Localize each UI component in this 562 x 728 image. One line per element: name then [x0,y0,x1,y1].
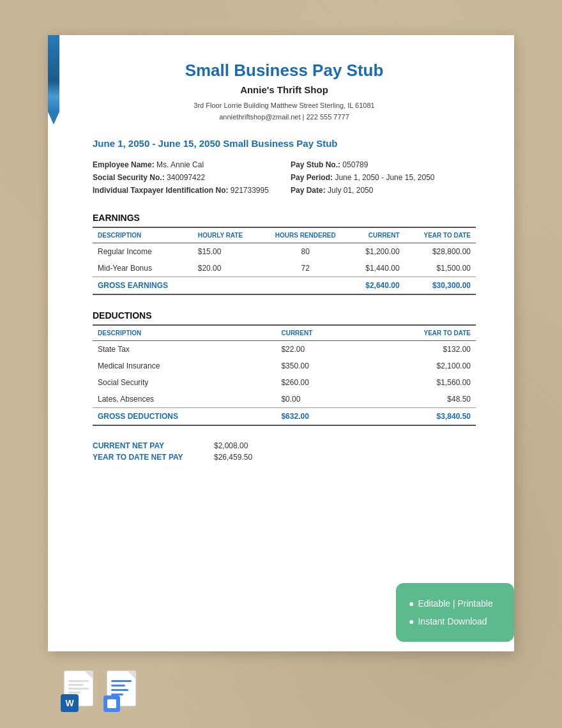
table-row: Regular Income $15.00 80 $1,200.00 $28,8… [93,243,476,261]
pay-date-value: July 01, 2050 [328,186,373,195]
earnings-table: DESCRIPTION HOURLY RATE HOURS RENDERED C… [93,227,476,295]
deductions-col-description: DESCRIPTION [93,325,276,341]
word-icon: W [64,671,97,709]
deductions-header-row: DESCRIPTION CURRENT YEAR TO DATE [93,325,476,341]
pay-date-label: Pay Date: [291,186,326,195]
earnings-col-description: DESCRIPTION [93,227,193,243]
address-line1: 3rd Floor Lorrie Building Matthew Street… [93,100,476,112]
pay-period-value: June 1, 2050 - June 15, 2050 [335,173,434,182]
gross-earnings-current: $2,640.00 [349,277,404,295]
current-net-pay-label: CURRENT NET PAY [93,441,195,450]
earnings-header-row: DESCRIPTION HOURLY RATE HOURS RENDERED C… [93,227,476,243]
pay-date-field: Pay Date: July 01, 2050 [291,186,476,195]
pay-stub-no-field: Pay Stub No.: 050789 [291,160,476,169]
company-name: Annie's Thrift Shop [93,84,476,95]
feature-badge: ● Editable | Printable ● Instant Downloa… [396,583,514,642]
gdoc-embed-badge [103,695,120,712]
deduction-current-2: $350.00 [276,358,360,374]
ssn-label: Social Security No.: [93,173,165,182]
deduction-desc-4: Lates, Absences [93,391,276,408]
deductions-col-current: CURRENT [276,325,360,341]
deduction-ytd-2: $2,100.00 [360,358,476,374]
earnings-hours-2: 72 [261,260,349,277]
deduction-current-4: $0.00 [276,391,360,408]
gross-earnings-empty2 [261,277,349,295]
current-net-pay-row: CURRENT NET PAY $2,008.00 [93,441,476,450]
gross-earnings-row: GROSS EARNINGS $2,640.00 $30,300.00 [93,277,476,295]
deduction-desc-2: Medical Insurance [93,358,276,374]
deduction-desc-1: State Tax [93,341,276,358]
gdoc-icon-wrapper [107,671,140,709]
itin-field: Individual Taxpayer Identification No: 9… [93,186,278,195]
itin-label: Individual Taxpayer Identification No: [93,186,228,195]
gross-deductions-label: GROSS DEDUCTIONS [93,408,276,426]
ytd-net-pay-value: $26,459.50 [214,453,252,462]
employee-name-label: Employee Name: [93,160,155,169]
earnings-current-1: $1,200.00 [349,243,404,261]
badge-text-2: Instant Download [418,612,487,630]
word-embed-badge: W [61,694,79,712]
deductions-section-title: DEDUCTIONS [93,310,476,321]
deduction-desc-3: Social Security [93,374,276,391]
badge-item-2: ● Instant Download [409,612,501,630]
gdoc-line [111,689,128,691]
earnings-col-hourly-rate: HOURLY RATE [193,227,261,243]
earnings-rate-2: $20.00 [193,260,261,277]
ytd-net-pay-label: YEAR TO DATE NET PAY [93,453,195,462]
table-row: Mid-Year Bonus $20.00 72 $1,440.00 $1,50… [93,260,476,277]
pay-stub-no-value: 050789 [342,160,368,169]
pay-stub-no-label: Pay Stub No.: [291,160,340,169]
ssn-field: Social Security No.: 340097422 [93,173,278,182]
document-title: Small Business Pay Stub [93,61,476,80]
current-net-pay-value: $2,008.00 [214,441,248,450]
word-line [68,688,89,690]
badge-item-1: ● Editable | Printable [409,595,501,612]
blue-accent-decoration [48,35,59,112]
bullet-icon-2: ● [409,612,414,630]
period-heading: June 1, 2050 - June 15, 2050 Small Busin… [93,138,476,149]
badge-text-1: Editable | Printable [418,595,492,612]
net-pay-section: CURRENT NET PAY $2,008.00 YEAR TO DATE N… [93,441,476,462]
deduction-ytd-4: $48.50 [360,391,476,408]
word-icon-lines [65,671,93,697]
gross-deductions-current: $632.00 [276,408,360,426]
earnings-col-hours: HOURS RENDERED [261,227,349,243]
earnings-ytd-1: $28,800.00 [405,243,476,261]
bottom-icons: W [64,671,140,709]
earnings-col-ytd: YEAR TO DATE [405,227,476,243]
gross-deductions-row: GROSS DEDUCTIONS $632.00 $3,840.50 [93,408,476,426]
table-row: Lates, Absences $0.00 $48.50 [93,391,476,408]
earnings-current-2: $1,440.00 [349,260,404,277]
earnings-desc-1: Regular Income [93,243,193,261]
document-container: Small Business Pay Stub Annie's Thrift S… [48,35,514,651]
ssn-value: 340097422 [167,173,205,182]
info-grid: Employee Name: Ms. Annie Cal Pay Stub No… [93,160,476,195]
table-row: State Tax $22.00 $132.00 [93,341,476,358]
deductions-table: DESCRIPTION CURRENT YEAR TO DATE State T… [93,324,476,426]
address-line2: anniethriftshop@zmail.net | 222 555 7777 [93,112,476,123]
pay-period-label: Pay Period: [291,173,333,182]
earnings-col-current: CURRENT [349,227,404,243]
word-line [68,692,80,694]
word-line [68,684,84,686]
table-row: Social Security $260.00 $1,560.00 [93,374,476,391]
company-address: 3rd Floor Lorrie Building Matthew Street… [93,100,476,123]
pay-period-field: Pay Period: June 1, 2050 - June 15, 2050 [291,173,476,182]
earnings-hours-1: 80 [261,243,349,261]
earnings-desc-2: Mid-Year Bonus [93,260,193,277]
gross-earnings-empty1 [193,277,261,295]
gdoc-embed-inner [107,699,116,708]
gdoc-line [111,680,132,682]
earnings-section-title: EARNINGS [93,213,476,223]
deduction-ytd-1: $132.00 [360,341,476,358]
employee-name-value: Ms. Annie Cal [156,160,204,169]
gross-earnings-label: GROSS EARNINGS [93,277,193,295]
employee-name-field: Employee Name: Ms. Annie Cal [93,160,278,169]
itin-value: 921733995 [231,186,269,195]
deductions-col-ytd: YEAR TO DATE [360,325,476,341]
table-row: Medical Insurance $350.00 $2,100.00 [93,358,476,374]
word-line [68,680,89,682]
gdoc-line [111,685,125,686]
gross-earnings-ytd: $30,300.00 [405,277,476,295]
gross-deductions-ytd: $3,840.50 [360,408,476,426]
